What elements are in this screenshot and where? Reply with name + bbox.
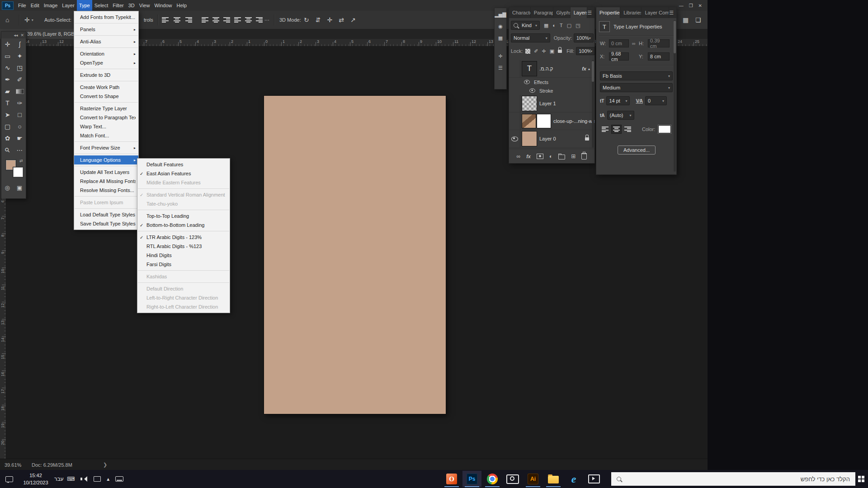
- layer-fx-badge[interactable]: fx▴: [582, 66, 590, 71]
- clone-source-panel-icon[interactable]: ✛: [495, 51, 506, 61]
- visibility-toggle[interactable]: [509, 95, 520, 112]
- navigator-panel-icon[interactable]: ◉: [495, 21, 506, 32]
- tab-glyphs[interactable]: Glyphs: [553, 7, 571, 18]
- 3d-slide-icon[interactable]: ⇄: [339, 16, 344, 23]
- more-options-icon[interactable]: ⋯: [264, 11, 269, 29]
- menu-item-orientation[interactable]: Orientation▸: [74, 49, 138, 58]
- background-color-swatch[interactable]: [13, 167, 23, 177]
- layer-name[interactable]: Layer 0: [539, 136, 585, 141]
- action-center-button[interactable]: [5, 470, 13, 488]
- eraser-tool[interactable]: ▰: [1, 85, 14, 97]
- show-transform-controls-label[interactable]: trols: [144, 11, 153, 29]
- restore-button[interactable]: ❐: [689, 3, 693, 8]
- opacity-dropdown[interactable]: 100%▾: [574, 33, 594, 42]
- custom-shape-tool[interactable]: ✿: [1, 132, 14, 144]
- add-mask-icon[interactable]: [537, 154, 543, 159]
- path-selection-tool[interactable]: ➤: [1, 109, 14, 121]
- pixel-filter-icon[interactable]: ▦: [544, 23, 548, 28]
- layer-row-ק-ה-מ[interactable]: Tק.ה.מ.fx▴: [509, 60, 594, 78]
- taskbar-illustrator[interactable]: Ai: [524, 471, 542, 487]
- taskbar-internet-explorer[interactable]: e: [564, 471, 583, 487]
- menu-item-add-fonts-from-typekit[interactable]: Add Fonts from Typekit...: [74, 13, 138, 22]
- new-group-icon[interactable]: [558, 155, 565, 160]
- align-left-button[interactable]: [600, 125, 610, 134]
- crop-tool[interactable]: ◳: [14, 62, 26, 74]
- rounded-rectangle-tool[interactable]: ▢: [1, 121, 14, 132]
- leading-dropdown[interactable]: (Auto)▾: [607, 111, 634, 120]
- eye-icon[interactable]: [524, 80, 530, 84]
- layer-style-icon[interactable]: fx: [526, 154, 531, 159]
- taskbar-office[interactable]: O: [442, 471, 461, 487]
- distribute-icon[interactable]: [245, 17, 252, 23]
- menu-window[interactable]: Window: [152, 0, 174, 11]
- menu-item-ltr-arabic-digits-123[interactable]: ✓LTR Arabic Digits - 123%: [137, 233, 230, 242]
- lasso-tool[interactable]: ʃ: [14, 38, 26, 50]
- visibility-toggle[interactable]: [509, 113, 520, 130]
- tab-properties[interactable]: Properties: [596, 7, 620, 18]
- y-position-field[interactable]: 8 cm: [648, 52, 670, 61]
- menu-item-save-default-type-styles[interactable]: Save Default Type Styles: [74, 219, 138, 228]
- lock-move-icon[interactable]: ✛: [542, 48, 546, 54]
- align-right-button[interactable]: [623, 125, 633, 134]
- layer-row-layer-0[interactable]: Layer 0: [509, 130, 594, 148]
- taskbar-clock[interactable]: 15:42 10/12/2023: [19, 472, 52, 486]
- fill-dropdown[interactable]: 100%▾: [576, 47, 595, 55]
- menu-item-create-work-path[interactable]: Create Work Path: [74, 83, 138, 92]
- font-family-dropdown[interactable]: Fb Basis▾: [600, 71, 673, 80]
- distribute-icon[interactable]: [212, 17, 219, 23]
- layers-scrollbar[interactable]: [592, 60, 594, 148]
- menu-help[interactable]: Help: [175, 0, 189, 11]
- menu-item-anti-alias[interactable]: Anti-Alias▸: [74, 37, 138, 46]
- menu-item-match-font[interactable]: Match Font...: [74, 131, 138, 140]
- x-position-field[interactable]: 9.68 cm: [609, 52, 629, 61]
- layer-thumbnail[interactable]: [522, 114, 536, 128]
- layer-filter-dropdown[interactable]: Kind ▾: [511, 21, 540, 30]
- menu-item-resolve-missing-fonts[interactable]: Resolve Missing Fonts...: [74, 186, 138, 195]
- adjustment-filter-icon[interactable]: ◐: [552, 23, 556, 28]
- tracking-dropdown[interactable]: 0▾: [645, 96, 667, 105]
- lock-paint-icon[interactable]: ✐: [534, 48, 538, 54]
- blend-mode-dropdown[interactable]: Normal▾: [511, 33, 550, 42]
- 3d-roll-icon[interactable]: ⇵: [316, 16, 321, 23]
- visibility-toggle[interactable]: [509, 130, 520, 147]
- 3d-scale-icon[interactable]: ↗: [350, 16, 356, 23]
- hidden-icons-chevron-icon[interactable]: ▴: [107, 476, 109, 482]
- tab-layer-comp[interactable]: Layer Comp: [642, 7, 669, 18]
- align-icon[interactable]: [185, 17, 192, 23]
- align-icon[interactable]: [174, 17, 180, 23]
- menu-item-panels[interactable]: Panels▸: [74, 25, 138, 34]
- panel-menu-icon[interactable]: ☰: [587, 7, 594, 18]
- move-tool[interactable]: ✛: [1, 38, 14, 50]
- adjustments-panel-icon[interactable]: ☰: [495, 62, 506, 73]
- lock-transparency-icon[interactable]: [525, 49, 530, 54]
- distribute-icon[interactable]: [234, 17, 241, 23]
- gradient-tool[interactable]: [14, 85, 26, 97]
- lock-artboard-icon[interactable]: ▣: [550, 48, 554, 54]
- link-dimensions-icon[interactable]: ∞: [631, 41, 637, 46]
- font-style-dropdown[interactable]: Medium▾: [600, 83, 673, 92]
- layer-thumbnail[interactable]: T: [522, 61, 537, 76]
- eye-icon[interactable]: [529, 89, 535, 93]
- taskbar-chrome[interactable]: [483, 471, 502, 487]
- menu-filter[interactable]: Filter: [110, 0, 126, 11]
- menu-item-bottom-to-bottom-leading[interactable]: ✓Bottom-to-Bottom Leading: [137, 221, 230, 230]
- minimize-button[interactable]: —: [679, 3, 684, 8]
- layer-row-close-up-ning-walk[interactable]: close-up-...ning-walk: [509, 113, 594, 130]
- shape-filter-icon[interactable]: ▢: [567, 23, 571, 28]
- marquee-tool[interactable]: ▭: [1, 50, 14, 62]
- brush-tool[interactable]: ✐: [14, 74, 26, 85]
- menu-file[interactable]: File: [16, 0, 28, 11]
- distribute-icon[interactable]: [202, 17, 208, 23]
- delete-layer-icon[interactable]: [581, 153, 587, 160]
- menu-3d[interactable]: 3D: [126, 0, 137, 11]
- menu-item-opentype[interactable]: OpenType▸: [74, 58, 138, 67]
- collapse-panel-icon[interactable]: ◂◂: [14, 33, 18, 38]
- menu-item-load-default-type-styles[interactable]: Load Default Type Styles: [74, 210, 138, 219]
- document-canvas[interactable]: [264, 96, 446, 414]
- menu-item-warp-text[interactable]: Warp Text...: [74, 122, 138, 131]
- effect-row-stroke[interactable]: Stroke: [509, 86, 594, 95]
- zoom-tool[interactable]: ⚲: [1, 144, 14, 156]
- advanced-button[interactable]: Advanced...: [618, 145, 656, 155]
- magic-wand-tool[interactable]: ✦: [14, 50, 26, 62]
- type-tool[interactable]: T: [1, 97, 14, 109]
